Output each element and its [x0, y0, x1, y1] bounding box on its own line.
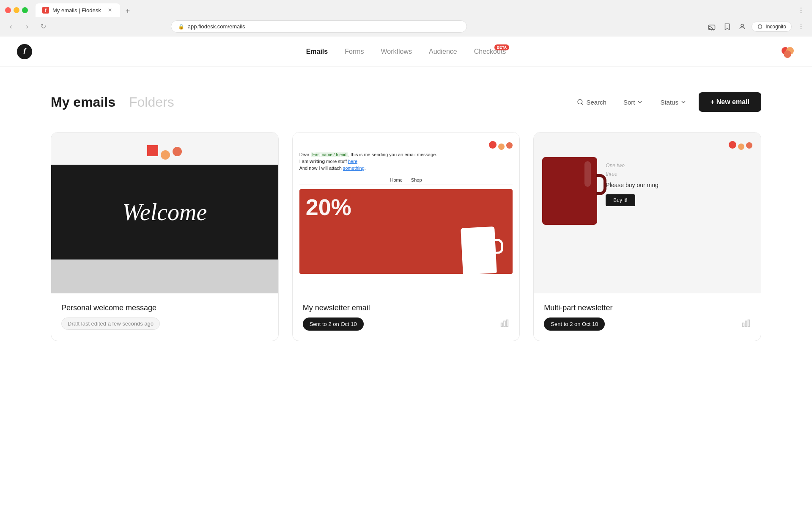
browser-toolbar: ‹ › ↻ 🔒 app.flodesk.com/emails Incognito… — [0, 17, 812, 36]
new-email-button[interactable]: + New email — [699, 92, 761, 112]
nav-forms[interactable]: Forms — [345, 48, 364, 55]
emails-grid: Welcome Personal welcome message Draft l… — [51, 132, 761, 341]
page-title: My emails — [51, 94, 115, 110]
card2-nav-home: Home — [390, 177, 402, 182]
maximize-window-button[interactable] — [22, 7, 28, 13]
svg-rect-14 — [748, 320, 750, 327]
card-preview-welcome: Welcome — [51, 133, 278, 293]
card2-mug-shape — [461, 226, 497, 274]
nav-workflows[interactable]: Workflows — [381, 48, 412, 55]
sent-badge-multipart: Sent to 2 on Oct 10 — [544, 318, 605, 331]
cast-icon[interactable] — [706, 21, 718, 33]
card2-mug-handle — [494, 239, 504, 254]
browser-more-button[interactable]: ⋮ — [795, 21, 807, 33]
browser-toolbar-right: Incognito ⋮ — [706, 21, 807, 33]
draft-badge: Draft last edited a few seconds ago — [61, 318, 160, 330]
svg-point-7 — [578, 99, 582, 104]
nav-links: Emails Forms Workflows Audience Checkout… — [306, 48, 506, 55]
folders-tab[interactable]: Folders — [129, 94, 174, 110]
search-button[interactable]: Search — [572, 95, 612, 109]
sort-chevron-icon — [636, 99, 643, 105]
nav-emails[interactable]: Emails — [306, 48, 328, 55]
incognito-label: Incognito — [765, 24, 786, 30]
page-header: My emails Folders Search Sort Status + N… — [51, 92, 761, 112]
card-status-welcome: Draft last edited a few seconds ago — [61, 318, 268, 330]
card3-dot-red — [729, 141, 736, 149]
card3-mug-handle — [596, 174, 606, 195]
card2-line3: And now I will attach something. — [299, 166, 513, 171]
page-content: My emails Folders Search Sort Status + N… — [0, 67, 812, 367]
card3-mug-sheen — [584, 161, 591, 187]
active-tab[interactable]: f My emails | Flodesk ✕ — [36, 3, 120, 17]
back-button[interactable]: ‹ — [5, 21, 17, 33]
nav-checkouts[interactable]: Checkouts BETA — [474, 48, 506, 55]
avatar-icon — [780, 44, 795, 59]
status-button[interactable]: Status — [655, 95, 692, 109]
card-footer-newsletter: My newsletter email Sent to 2 on Oct 10 — [293, 293, 520, 341]
sort-button[interactable]: Sort — [618, 95, 649, 109]
new-tab-button[interactable]: + — [122, 5, 134, 17]
profile-icon[interactable] — [736, 21, 748, 33]
card3-content-area: One twothree Please buy our mug Buy it! — [542, 157, 752, 225]
card-title-multipart: Multi-part newsletter — [544, 304, 751, 312]
card2-line1: Dear First name / friend, this is me sen… — [299, 152, 513, 157]
address-bar[interactable]: 🔒 app.flodesk.com/emails — [171, 20, 467, 33]
forward-button[interactable]: › — [21, 21, 33, 33]
card2-here-link: here — [348, 159, 357, 164]
svg-rect-12 — [743, 323, 744, 326]
card3-dot-coral — [746, 142, 752, 149]
card-title-welcome: Personal welcome message — [61, 304, 268, 312]
card-status-multipart: Sent to 2 on Oct 10 — [544, 318, 751, 331]
incognito-badge: Incognito — [752, 22, 792, 32]
close-window-button[interactable] — [5, 7, 11, 13]
card3-text-area: One twothree Please buy our mug Buy it! — [606, 157, 752, 206]
card2-line2: I am writing more stuff here. — [299, 159, 513, 164]
card3-description: Please buy our mug — [606, 181, 752, 190]
user-avatar[interactable]: ▾ — [780, 44, 795, 59]
card2-firstname-tag: First name / friend — [311, 152, 348, 157]
email-card-newsletter[interactable]: Dear First name / friend, this is me sen… — [292, 132, 520, 341]
browser-menu-button[interactable]: ⋮ — [795, 4, 807, 16]
sent-badge-newsletter: Sent to 2 on Oct 10 — [303, 318, 364, 331]
card3-logo — [542, 141, 752, 149]
minimize-window-button[interactable] — [14, 7, 19, 13]
search-icon — [577, 99, 584, 105]
app-logo[interactable]: f — [17, 44, 32, 59]
svg-rect-9 — [501, 323, 503, 326]
card3-mug-body — [542, 157, 597, 225]
card-title-newsletter: My newsletter email — [303, 304, 510, 312]
nav-audience[interactable]: Audience — [429, 48, 457, 55]
beta-badge: BETA — [494, 44, 510, 50]
card1-welcome-text: Welcome — [122, 199, 207, 226]
tab-title: My emails | Flodesk — [52, 7, 101, 14]
card-status-newsletter: Sent to 2 on Oct 10 — [303, 318, 510, 331]
card3-buy-button: Buy it! — [606, 194, 635, 206]
svg-point-6 — [784, 50, 791, 58]
email-card-multipart[interactable]: One twothree Please buy our mug Buy it! … — [533, 132, 761, 341]
stats-icon-multipart — [741, 318, 751, 330]
card3-dot-orange — [738, 144, 744, 150]
bookmark-icon[interactable] — [721, 21, 733, 33]
browser-tabs: f My emails | Flodesk ✕ + — [36, 3, 134, 17]
card2-percent-text: 20% — [306, 196, 351, 218]
card2-dot-coral — [506, 142, 513, 149]
page-actions: Search Sort Status + New email — [572, 92, 761, 112]
page-title-area: My emails Folders — [51, 94, 174, 110]
card1-welcome-banner: Welcome — [51, 165, 278, 260]
svg-rect-13 — [745, 321, 747, 326]
tab-close-button[interactable]: ✕ — [107, 7, 113, 14]
card3-mug-container — [542, 157, 597, 225]
url-text: app.flodesk.com/emails — [188, 23, 245, 30]
card-preview-multipart: One twothree Please buy our mug Buy it! — [534, 133, 761, 293]
status-chevron-icon — [680, 99, 687, 105]
stats-icon-newsletter — [500, 318, 509, 330]
lock-icon: 🔒 — [178, 24, 184, 30]
card2-image-area: 20% — [299, 189, 513, 274]
logo-text: f — [23, 47, 26, 56]
card1-bottom-area — [51, 260, 278, 293]
card2-nav-bar: Home Shop — [299, 175, 513, 185]
svg-rect-11 — [507, 320, 508, 327]
card2-dot-orange — [498, 144, 505, 150]
refresh-button[interactable]: ↻ — [37, 21, 49, 33]
email-card-welcome[interactable]: Welcome Personal welcome message Draft l… — [51, 132, 279, 341]
